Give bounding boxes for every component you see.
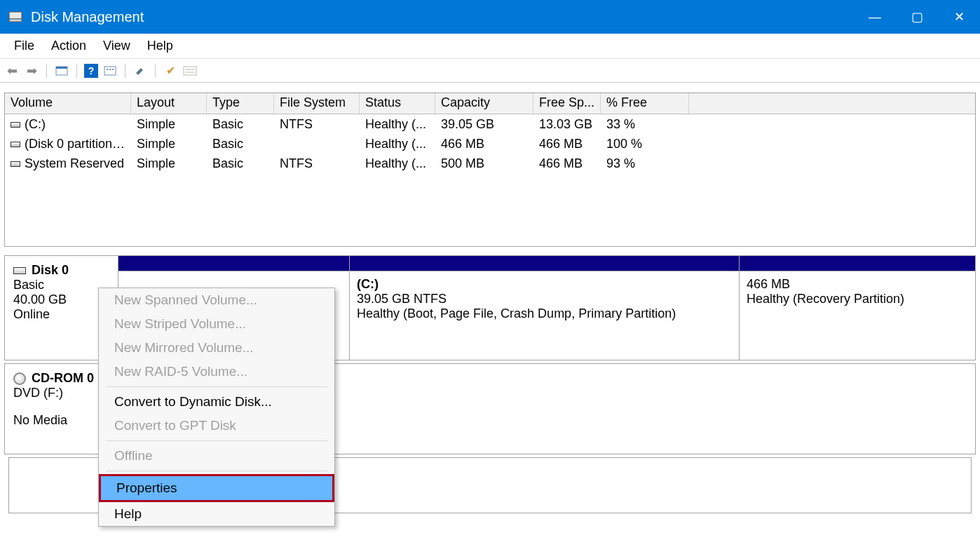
app-icon (7, 8, 24, 25)
partition-size: 39.05 GB NTFS (357, 292, 732, 306)
menu-bar: File Action View Help (0, 34, 980, 59)
svg-rect-4 (104, 67, 116, 75)
partition-name: (C:) (357, 277, 732, 292)
col-freespace[interactable]: Free Sp... (533, 93, 601, 114)
menu-separator (106, 471, 327, 471)
menu-separator (106, 440, 327, 441)
partition-c[interactable]: (C:) 39.05 GB NTFS Healthy (Boot, Page F… (350, 256, 740, 360)
partition-bar (740, 256, 975, 271)
forward-button[interactable]: ➡ (24, 63, 39, 79)
toolbar-separator (76, 64, 77, 78)
volume-list: Volume Layout Type File System Status Ca… (4, 93, 976, 247)
col-capacity[interactable]: Capacity (435, 93, 533, 114)
minimize-button[interactable]: — (854, 0, 896, 34)
disk-icon (13, 267, 26, 274)
cdrom-icon (13, 372, 26, 385)
table-header: Volume Layout Type File System Status Ca… (5, 93, 975, 114)
brush-icon[interactable] (132, 63, 148, 79)
disk-name: CD-ROM 0 (32, 371, 94, 385)
disk-size: 40.00 GB (13, 292, 109, 307)
window-controls: — ▢ ✕ (854, 0, 980, 34)
menu-item[interactable]: Convert to GPT Disk (99, 414, 334, 438)
col-filesystem[interactable]: File System (274, 93, 360, 114)
svg-rect-6 (109, 69, 111, 70)
disk-state: Online (13, 307, 109, 322)
table-row[interactable]: System ReservedSimpleBasicNTFSHealthy (.… (5, 154, 975, 173)
disk-state: No Media (13, 413, 109, 428)
maximize-button[interactable]: ▢ (896, 0, 938, 34)
table-row[interactable]: (Disk 0 partition 3)SimpleBasicHealthy (… (5, 134, 975, 154)
highlight-annotation: Properties (99, 474, 334, 502)
menu-action[interactable]: Action (43, 36, 95, 56)
toolbar-separator (125, 64, 125, 78)
menu-item[interactable]: New Striped Volume... (99, 312, 334, 336)
svg-rect-1 (9, 19, 22, 22)
partition-recovery[interactable]: 466 MB Healthy (Recovery Partition) (740, 256, 975, 360)
toolbar: ⬅ ➡ ? ✔ (0, 59, 980, 83)
col-type[interactable]: Type (207, 93, 274, 114)
partition-status: Healthy (Boot, Page File, Crash Dump, Pr… (357, 306, 732, 321)
partition-status: Healthy (Recovery Partition) (747, 292, 968, 306)
partition-size: 466 MB (747, 277, 968, 292)
toolbar-separator (46, 64, 47, 78)
back-button[interactable]: ⬅ (4, 63, 20, 79)
disk-type: DVD (F:) (13, 386, 109, 400)
col-status[interactable]: Status (360, 93, 435, 114)
svg-rect-7 (112, 69, 114, 70)
help-icon[interactable]: ? (84, 64, 98, 78)
menu-properties[interactable]: Properties (101, 476, 332, 500)
volume-icon (11, 161, 20, 167)
table-row[interactable]: (C:)SimpleBasicNTFSHealthy (...39.05 GB1… (5, 114, 975, 134)
svg-rect-0 (9, 12, 22, 19)
check-icon[interactable]: ✔ (163, 63, 178, 79)
col-volume[interactable]: Volume (5, 93, 131, 114)
menu-help[interactable]: Help (139, 36, 182, 56)
col-pctfree[interactable]: % Free (601, 93, 689, 114)
menu-item[interactable]: New RAID-5 Volume... (99, 360, 334, 384)
svg-rect-3 (56, 67, 67, 69)
disk-name: Disk 0 (32, 263, 69, 277)
menu-item[interactable]: New Mirrored Volume... (99, 336, 334, 360)
close-button[interactable]: ✕ (938, 0, 980, 34)
menu-item[interactable]: Convert to Dynamic Disk... (99, 390, 334, 414)
menu-file[interactable]: File (6, 36, 43, 56)
partition-bar (350, 256, 739, 271)
col-layout[interactable]: Layout (131, 93, 207, 114)
volume-icon (11, 122, 20, 128)
toolbar-separator (155, 64, 156, 78)
menu-help[interactable]: Help (99, 502, 334, 526)
list-icon[interactable] (182, 63, 198, 79)
table-body: (C:)SimpleBasicNTFSHealthy (...39.05 GB1… (5, 114, 975, 246)
partition-bar (118, 256, 349, 271)
col-spacer (689, 93, 975, 114)
partition-body (118, 271, 349, 283)
menu-view[interactable]: View (95, 36, 139, 56)
menu-separator (106, 386, 327, 387)
svg-rect-8 (184, 67, 196, 75)
context-menu: New Spanned Volume...New Striped Volume.… (98, 288, 335, 527)
disk-type: Basic (13, 278, 109, 292)
volume-icon (11, 142, 20, 147)
title-bar: Disk Management — ▢ ✕ (0, 0, 980, 34)
settings-icon[interactable] (102, 63, 118, 79)
menu-item[interactable]: New Spanned Volume... (99, 288, 334, 312)
window-title: Disk Management (31, 9, 144, 25)
menu-offline[interactable]: Offline (99, 444, 334, 468)
show-hide-console-icon[interactable] (54, 63, 69, 79)
svg-rect-5 (107, 69, 108, 70)
